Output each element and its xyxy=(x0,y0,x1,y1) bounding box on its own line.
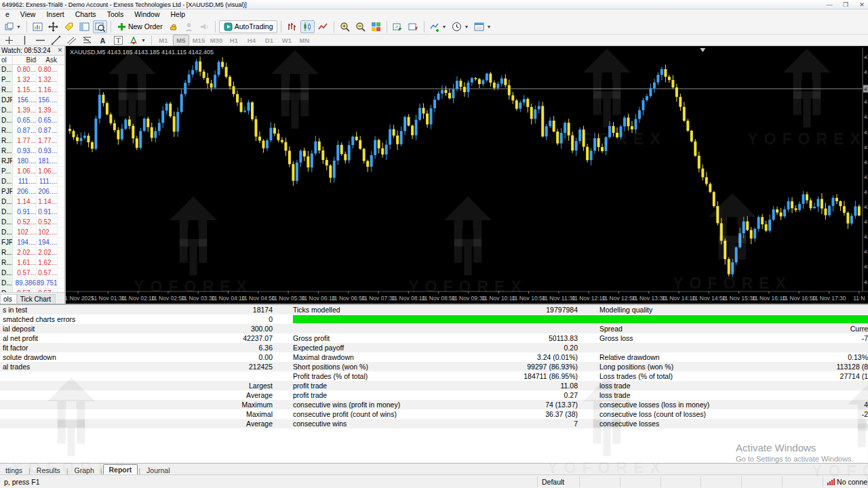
timeframe-m30-button[interactable]: M30 xyxy=(208,35,224,46)
market-watch-row[interactable]: R...1.61...1.62... xyxy=(0,258,64,268)
timeframe-m1-button[interactable]: M1 xyxy=(155,35,172,46)
market-watch-row[interactable]: D...0.91...0.91... xyxy=(0,207,64,218)
tile-windows-icon[interactable] xyxy=(369,20,383,33)
report-row: Profit trades (% of total)184711 (86.95%… xyxy=(0,371,868,381)
new-template-icon[interactable] xyxy=(62,20,76,33)
market-watch-row[interactable]: D...1.39...1.39... xyxy=(0,106,64,116)
market-watch-row[interactable]: P...1.06...1.06... xyxy=(0,167,64,177)
market-watch-row[interactable]: D...1.14...1.14... xyxy=(0,197,64,207)
market-watch-tab-tick-chart[interactable]: Tick Chart xyxy=(17,294,56,304)
tester-tab-report[interactable]: Report xyxy=(103,464,138,475)
strategy-tester-icon[interactable] xyxy=(391,20,405,33)
restore-button[interactable]: ❐ xyxy=(841,1,850,9)
market-watch-row[interactable]: D...0.80...0.80... xyxy=(0,65,64,75)
crosshair-icon[interactable] xyxy=(2,35,16,45)
toolbar-separator xyxy=(387,21,387,33)
market-watch-row[interactable]: D...0.57...0.57... xyxy=(0,268,64,279)
indicators-dropdown-icon[interactable]: ▼ xyxy=(442,24,447,29)
chart-area[interactable]: 4141414141414141414141414141414111 Nov 2… xyxy=(66,46,868,304)
periods-icon[interactable]: ▼ xyxy=(450,20,471,33)
timeframe-d1-button[interactable]: D1 xyxy=(261,35,277,46)
depth-of-market-icon[interactable] xyxy=(166,20,180,33)
menu-item-tools[interactable]: Tools xyxy=(102,9,130,19)
tester-tab-graph[interactable]: Graph xyxy=(69,466,100,475)
timeframe-h1-button[interactable]: H1 xyxy=(226,35,242,46)
line-chart-mode-icon[interactable] xyxy=(316,20,330,33)
market-watch-row[interactable]: FJPY194....194.... xyxy=(0,238,64,248)
market-watch-tab-ols[interactable]: ols xyxy=(0,294,17,304)
svg-text:11 Nov 10:10: 11 Nov 10:10 xyxy=(481,295,515,302)
market-watch-row[interactable]: R...2.02...2.02... xyxy=(0,248,64,258)
menu-item-insert[interactable]: Insert xyxy=(41,9,69,19)
horizontal-line-icon[interactable] xyxy=(33,35,47,45)
status-connection[interactable]: No conne xyxy=(823,476,868,487)
market-watch-row[interactable]: D...102....102.... xyxy=(0,228,64,238)
market-watch-row[interactable]: RJPY180....181.... xyxy=(0,157,64,167)
data-window-icon[interactable] xyxy=(93,20,107,33)
svg-text:11 Nov 16:10: 11 Nov 16:10 xyxy=(752,295,786,302)
minimize-button[interactable]: — xyxy=(825,1,834,9)
menu-item-charts[interactable]: Charts xyxy=(70,9,102,19)
zoom-out-icon[interactable] xyxy=(353,20,368,33)
close-icon[interactable]: ✕ xyxy=(56,46,64,54)
indicators-icon[interactable]: ▼ xyxy=(428,20,449,33)
profiles-dropdown-icon[interactable]: ▼ xyxy=(16,24,21,29)
market-watch-row[interactable]: R...0.87...0.87... xyxy=(0,126,64,136)
autotrading-button[interactable]: AutoTrading xyxy=(219,20,277,33)
fibonacci-retracement-icon[interactable] xyxy=(80,35,94,45)
svg-text:11 Nov 08:50: 11 Nov 08:50 xyxy=(422,295,456,302)
menu-item-e[interactable]: e xyxy=(0,9,15,19)
symbol-cell: D... xyxy=(0,197,13,207)
menu-item-help[interactable]: Help xyxy=(165,9,191,19)
timeframe-w1-button[interactable]: W1 xyxy=(279,35,295,46)
cursor-move-icon[interactable] xyxy=(46,20,60,33)
svg-text:11 Nov 06:50: 11 Nov 06:50 xyxy=(332,295,366,302)
periods-dropdown-icon[interactable]: ▼ xyxy=(464,24,469,29)
templates-dropdown-icon[interactable]: ▼ xyxy=(486,24,491,29)
market-watch-row[interactable]: R...0.93...0.93... xyxy=(0,146,64,157)
tester-tab-results[interactable]: Results xyxy=(31,466,66,475)
market-watch-row[interactable]: DJPY156....156.... xyxy=(0,96,64,106)
timeframe-h4-button[interactable]: H4 xyxy=(243,35,260,46)
tester-tab-journal[interactable]: Journal xyxy=(141,466,175,475)
text-label-icon[interactable]: T xyxy=(111,35,125,45)
tester-tab-ttings[interactable]: ttings xyxy=(0,466,28,475)
market-watch-row[interactable]: D...111....111.... xyxy=(0,177,64,187)
arrow-objects-dropdown-icon[interactable]: ▼ xyxy=(141,38,146,43)
svg-text:11 Nov 13:30: 11 Nov 13:30 xyxy=(632,295,666,302)
menu-item-view[interactable]: View xyxy=(15,9,41,19)
text-icon[interactable]: A xyxy=(96,35,110,45)
terminal-panel-icon[interactable] xyxy=(406,20,420,33)
timeframe-m5-button[interactable]: M5 xyxy=(173,35,189,46)
market-watch-toggle-icon[interactable] xyxy=(77,20,92,33)
market-watch-row[interactable]: R...1.15...1.16... xyxy=(0,85,64,96)
equidistant-channel-icon[interactable] xyxy=(64,35,79,45)
market-watch-row[interactable]: P...1.32...1.32... xyxy=(0,75,64,85)
new-chart-icon[interactable] xyxy=(31,20,45,33)
svg-text:41: 41 xyxy=(864,144,868,150)
candlestick-mode-icon[interactable] xyxy=(300,20,315,33)
status-profile-label: Default xyxy=(542,476,564,487)
accounts-icon[interactable] xyxy=(182,20,196,33)
symbol-cell: D... xyxy=(0,218,13,227)
market-watch-row[interactable]: R...1.77...1.77... xyxy=(0,136,64,146)
notifications-icon[interactable] xyxy=(197,20,212,33)
market-watch-row[interactable]: PJPY206....206.... xyxy=(0,187,64,197)
menu-item-window[interactable]: Window xyxy=(129,9,165,19)
close-button[interactable]: ✕ xyxy=(857,1,867,9)
trendline-icon[interactable] xyxy=(49,35,63,45)
arrow-objects-icon[interactable]: ▼ xyxy=(127,35,148,45)
bar-chart-mode-icon[interactable] xyxy=(285,20,299,33)
timeframe-mn-button[interactable]: MN xyxy=(296,35,313,46)
market-watch-row[interactable]: D...0.52...0.52... xyxy=(0,218,64,228)
zoom-in-icon[interactable] xyxy=(338,20,352,33)
vertical-line-icon[interactable] xyxy=(18,35,32,45)
profiles-icon[interactable]: ▼ xyxy=(2,20,23,33)
new-order-button[interactable]: New Order xyxy=(115,20,165,33)
timeframe-m15-button[interactable]: M15 xyxy=(191,35,207,46)
report-l3: consecutive loss (count of losses) xyxy=(599,409,706,419)
market-watch-row[interactable]: D...89.38689.751 xyxy=(0,279,64,289)
templates-icon[interactable]: ▼ xyxy=(472,20,493,33)
market-watch-row[interactable]: D...0.65...0.65... xyxy=(0,116,64,126)
report-row: Averageconsecutive wins7consecutive loss… xyxy=(0,419,868,428)
